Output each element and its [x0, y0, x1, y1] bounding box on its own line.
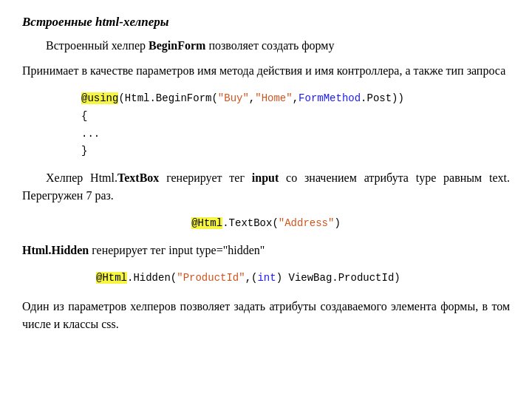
para4-rest: генерирует тег input type="hidden" [89, 244, 265, 256]
code1-c2: , [293, 92, 299, 104]
code1-line3: ... [81, 126, 510, 143]
para3-bold2: input [252, 171, 279, 184]
code-block-2: @Html.TextBox("Address") [22, 215, 510, 233]
paragraph-3: Хелпер Html.TextBox генерирует тег input… [22, 169, 510, 205]
paragraph-2: Принимает в качестве параметров имя мето… [22, 62, 510, 80]
code3-line: @Html.Hidden("ProductId",(int) ViewBag.P… [96, 270, 510, 287]
code-block-1: @using(Html.BeginForm("Buy","Home",FormM… [81, 90, 510, 160]
code3-comma: ,( [245, 272, 258, 284]
code2-close: ) [334, 217, 340, 229]
code2-rest: .TextBox( [222, 217, 279, 229]
code3-blue: int [257, 272, 276, 284]
paragraph-5: Один из параметров хелперов позволяет за… [22, 298, 510, 333]
para3-mid: генерирует тег [159, 171, 251, 184]
para3-bold1: TextBox [117, 171, 159, 184]
code3-rest: .Hidden( [127, 272, 177, 284]
code1-line4: } [81, 143, 510, 160]
code1-c1: , [249, 92, 255, 104]
code1-rest: (Html.BeginForm( [118, 92, 217, 104]
code3-at: @Html [96, 272, 127, 284]
para1-text: Встроенный хелпер [46, 39, 149, 52]
page-title: Встроенные html-хелперы [22, 15, 510, 30]
para3-start: Хелпер Html. [46, 171, 117, 184]
code1-line1: @using(Html.BeginForm("Buy","Home",FormM… [81, 90, 510, 108]
code3-end: ) ViewBag.ProductId) [276, 272, 400, 284]
para4-bold: Html.Hidden [22, 244, 89, 256]
para1-after: позволяет создать форму [205, 39, 334, 52]
paragraph-1: Встроенный хелпер BeginForm позволяет со… [22, 37, 510, 55]
code3-str: "ProductId" [177, 272, 245, 284]
para1-bold: BeginForm [149, 39, 205, 52]
code1-end: .Post)) [361, 92, 404, 104]
code1-s2: "Home" [255, 92, 292, 104]
code2-str: "Address" [279, 217, 335, 229]
code-block-3: @Html.Hidden("ProductId",(int) ViewBag.P… [96, 270, 510, 287]
code1-s1: "Buy" [218, 92, 249, 104]
code1-at: @using [81, 92, 118, 104]
code1-line2: { [81, 108, 510, 126]
paragraph-4: Html.Hidden генерирует тег input type="h… [22, 242, 510, 259]
code2-at: @Html [191, 217, 222, 229]
code1-blue: FormMethod [299, 92, 361, 104]
